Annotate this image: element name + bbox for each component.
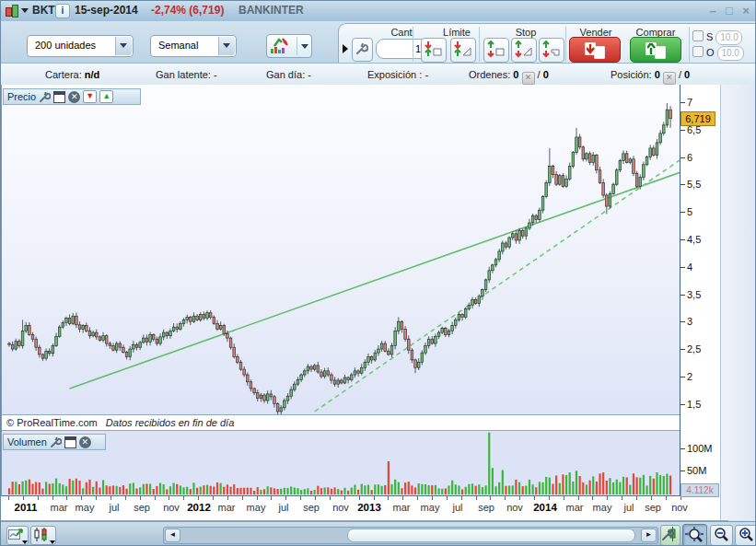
time-tick xyxy=(666,496,667,500)
sell-market-button[interactable] xyxy=(569,37,621,63)
chevron-down-icon xyxy=(301,44,308,49)
order-panel: Cant 1 Límite Stop xyxy=(338,23,756,64)
o-checkbox[interactable] xyxy=(692,46,704,57)
price-panel-header[interactable]: Precio ✕ ▼ ▲ xyxy=(3,88,141,105)
close-icon[interactable]: × xyxy=(739,5,753,17)
buy-market-button[interactable] xyxy=(630,37,681,63)
last-volume-marker: 4.112k xyxy=(680,483,719,497)
scroll-right-icon[interactable]: ► xyxy=(641,529,657,542)
green-up-arrow-icon xyxy=(647,43,657,54)
instrument-dropdown-icon[interactable] xyxy=(21,8,29,13)
time-tick xyxy=(198,496,199,500)
time-tick xyxy=(519,496,520,500)
chart-style-button[interactable] xyxy=(30,526,56,545)
data-note-label: Datos recibidos en fin de día xyxy=(106,417,234,428)
timeframe-select[interactable]: Semanal xyxy=(150,35,237,57)
stop-label: Stop xyxy=(486,27,565,38)
time-axis-label: nov xyxy=(325,502,356,513)
stop-order-button-1[interactable] xyxy=(483,38,509,63)
window-icon[interactable] xyxy=(64,436,76,448)
zoom-select-button[interactable] xyxy=(682,524,707,546)
time-axis-label: jul xyxy=(99,502,130,513)
units-select[interactable]: 200 unidades xyxy=(27,35,134,57)
candlestick-chart[interactable] xyxy=(2,85,680,414)
limit-sell-order-button[interactable] xyxy=(450,38,476,63)
time-tick xyxy=(359,496,360,500)
limit-buy-order-button[interactable] xyxy=(421,38,447,63)
time-tick xyxy=(592,496,593,500)
stop-order-button-3[interactable] xyxy=(539,38,564,63)
objective-checkbox-row: O 10.0 xyxy=(692,46,744,61)
wrench-icon xyxy=(355,42,368,56)
price-tick-label: 2 xyxy=(680,371,692,382)
time-tick xyxy=(622,496,622,500)
s-checkbox[interactable] xyxy=(692,30,704,41)
price-tick-label: 6,5 xyxy=(680,124,701,135)
time-tick xyxy=(155,496,156,500)
time-tick xyxy=(549,496,550,500)
price-tick-label: 3 xyxy=(680,316,692,327)
price-tick-label: 5 xyxy=(680,206,692,217)
limit-order-icon xyxy=(424,41,442,58)
volume-tick-label: 100M xyxy=(680,443,713,454)
collapse-panel-icon[interactable] xyxy=(343,44,348,53)
time-axis-label: may xyxy=(414,502,446,513)
title-bar: BKT i 15-sep-2014 -2,74% (6,719) BANKINT… xyxy=(1,1,756,22)
window-icon[interactable] xyxy=(53,91,65,103)
time-tick xyxy=(285,496,286,500)
time-tick xyxy=(110,496,111,500)
volume-panel-header[interactable]: Volumen ✕ xyxy=(3,434,106,450)
move-panel-down-icon[interactable]: ▼ xyxy=(83,90,97,103)
s-value-input[interactable]: 10.0 xyxy=(715,30,742,45)
horizontal-scrollbar[interactable]: ◄ ► xyxy=(163,527,658,544)
quote-date: 15-sep-2014 xyxy=(75,4,138,17)
order-settings-button[interactable] xyxy=(352,38,373,62)
toolbar: 200 unidades Semanal Cant xyxy=(1,21,756,63)
account-info-bar: Cartera: n/d Gan latente: - Gan día: - E… xyxy=(1,63,756,87)
close-position-icon[interactable]: ✕ xyxy=(663,72,676,85)
scroll-left-icon[interactable]: ◄ xyxy=(165,529,180,542)
stop-order-button-2[interactable] xyxy=(511,38,537,63)
time-tick xyxy=(607,496,608,500)
time-tick xyxy=(257,496,258,500)
chart-type-button[interactable] xyxy=(266,34,312,58)
time-tick xyxy=(344,496,345,500)
price-chart-panel[interactable] xyxy=(1,85,680,414)
zoom-in-icon xyxy=(738,527,755,542)
price-tick-label: 5,5 xyxy=(680,179,701,190)
info-icon[interactable]: i xyxy=(55,4,70,18)
maximize-icon[interactable]: □ xyxy=(722,5,737,17)
s-label: S xyxy=(706,31,713,42)
o-value-input[interactable]: 10.0 xyxy=(717,46,744,61)
wrench-icon[interactable] xyxy=(50,436,62,448)
time-tick xyxy=(271,496,272,500)
time-tick xyxy=(183,496,184,500)
o-label: O xyxy=(706,47,715,58)
symbol-label: BKT xyxy=(32,4,55,17)
time-tick xyxy=(96,496,97,500)
price-tick-label: 6 xyxy=(680,152,692,163)
price-tick-label: 2,5 xyxy=(680,343,701,354)
price-tick-label: 3,5 xyxy=(680,289,701,300)
export-image-button[interactable] xyxy=(6,526,29,545)
zoom-out-button[interactable] xyxy=(710,525,733,546)
time-tick xyxy=(66,496,67,500)
wrench-icon[interactable] xyxy=(39,91,51,103)
cancel-orders-icon[interactable]: ✕ xyxy=(522,72,535,85)
close-panel-icon[interactable]: ✕ xyxy=(68,91,80,103)
stop-checkbox-row: S 10.0 xyxy=(692,30,742,45)
time-tick xyxy=(564,496,564,500)
zoom-in-button[interactable] xyxy=(735,525,756,546)
chevron-down-icon[interactable] xyxy=(115,37,132,55)
scrollbar-thumb[interactable] xyxy=(347,529,635,542)
time-axis-label: mar xyxy=(386,502,417,513)
time-axis[interactable]: 2011marmayjulsepnov2012marmayjulsepnov20… xyxy=(1,496,728,521)
price-tick-label: 1,5 xyxy=(680,399,701,410)
minimize-icon[interactable]: – xyxy=(705,5,720,17)
move-panel-up-icon[interactable]: ▲ xyxy=(99,90,113,103)
order-display-settings-button[interactable] xyxy=(660,525,680,546)
time-tick xyxy=(300,496,301,500)
time-axis-label: nov xyxy=(664,502,695,513)
chevron-down-icon[interactable] xyxy=(218,37,235,55)
close-panel-icon[interactable]: ✕ xyxy=(79,436,91,448)
